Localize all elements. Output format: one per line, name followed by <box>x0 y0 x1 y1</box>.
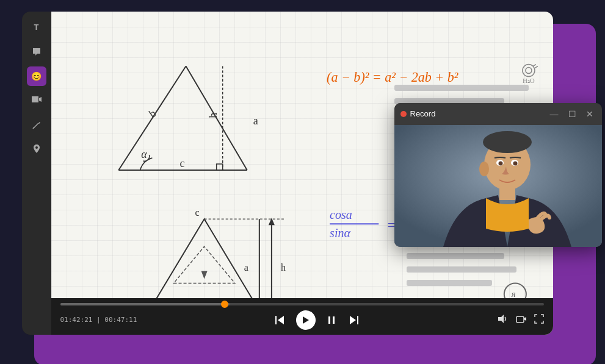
triangle-bottom <box>149 219 284 310</box>
record-dot <box>400 111 407 117</box>
controls-center <box>274 310 360 330</box>
outer-container: T 😊 <box>22 12 584 353</box>
svg-marker-48 <box>498 315 504 323</box>
svg-rect-8 <box>216 163 222 170</box>
fullscreen-icon[interactable] <box>534 314 544 326</box>
text-line <box>394 85 529 91</box>
time-display: 01:42:21 | 00:47:11 <box>60 316 137 324</box>
svg-text:cosa: cosa <box>330 208 352 221</box>
progress-thumb[interactable] <box>221 301 228 308</box>
svg-rect-49 <box>516 316 524 323</box>
text-line <box>407 280 492 286</box>
svg-text:H₂O: H₂O <box>522 76 534 84</box>
player-controls: 01:42:21 | 00:47:11 <box>51 298 553 335</box>
svg-rect-45 <box>333 316 335 324</box>
svg-text:c: c <box>179 157 184 169</box>
progress-fill <box>60 303 230 305</box>
svg-rect-41 <box>275 316 277 324</box>
svg-text:(a − b)² = a² − 2ab + b²: (a − b)² = a² − 2ab + b² <box>327 69 458 84</box>
svg-marker-28 <box>201 271 207 279</box>
skip-back-button[interactable] <box>274 314 286 326</box>
svg-marker-47 <box>350 316 356 324</box>
svg-marker-42 <box>278 316 284 324</box>
play-button[interactable] <box>296 310 316 330</box>
svg-point-3 <box>35 146 38 149</box>
svg-text:h: h <box>206 112 219 118</box>
svg-point-57 <box>498 161 502 165</box>
svg-text:b: b <box>147 107 158 120</box>
volume-icon[interactable] <box>498 314 509 326</box>
svg-marker-43 <box>303 316 309 324</box>
svg-rect-54 <box>499 188 515 200</box>
camera-icon[interactable] <box>516 315 527 326</box>
svg-line-37 <box>534 66 537 68</box>
sidebar-item-emoji[interactable]: 😊 <box>27 66 46 86</box>
svg-point-53 <box>483 131 532 153</box>
time-separator: | <box>96 316 104 324</box>
sidebar-item-comment[interactable] <box>27 42 46 62</box>
svg-point-34 <box>522 64 534 76</box>
record-window: Record — ☐ ✕ <box>394 103 602 247</box>
controls-right <box>498 314 544 326</box>
current-time: 01:42:21 <box>60 316 93 324</box>
svg-point-59 <box>479 162 489 176</box>
sidebar-item-video[interactable] <box>27 91 46 110</box>
sidebar-item-brush[interactable] <box>27 115 46 135</box>
close-button[interactable]: ✕ <box>584 108 596 120</box>
record-label: Record <box>410 109 544 118</box>
svg-text:c: c <box>195 207 199 218</box>
window-controls: — ☐ ✕ <box>548 108 596 120</box>
progress-bar[interactable] <box>60 303 544 305</box>
svg-text:sinα: sinα <box>330 226 350 240</box>
person-bg <box>394 125 602 247</box>
svg-marker-1 <box>39 97 42 102</box>
sidebar-item-pin[interactable] <box>27 140 46 159</box>
record-video <box>394 125 602 247</box>
svg-line-36 <box>532 64 535 66</box>
svg-rect-46 <box>357 316 358 324</box>
svg-point-35 <box>525 67 531 73</box>
minimize-button[interactable]: — <box>548 108 561 120</box>
controls-row: 01:42:21 | 00:47:11 <box>60 305 544 335</box>
svg-marker-0 <box>32 96 38 102</box>
svg-marker-14 <box>149 219 259 310</box>
triangle-top <box>118 66 247 170</box>
skip-forward-button[interactable] <box>347 314 360 326</box>
restore-button[interactable]: ☐ <box>566 108 579 120</box>
svg-point-58 <box>513 161 517 165</box>
sidebar: T 😊 <box>22 12 51 335</box>
total-time: 00:47:11 <box>104 316 137 324</box>
record-titlebar: Record — ☐ ✕ <box>394 103 602 125</box>
svg-rect-44 <box>328 316 330 324</box>
svg-line-2 <box>34 123 38 128</box>
svg-text:a: a <box>244 262 248 273</box>
sidebar-item-text[interactable]: T <box>27 18 46 37</box>
text-line <box>407 266 516 273</box>
svg-text:a: a <box>253 114 258 126</box>
svg-text:α: α <box>141 148 147 160</box>
pause-button[interactable] <box>325 314 338 326</box>
svg-text:h: h <box>280 262 285 273</box>
text-line <box>407 253 504 259</box>
